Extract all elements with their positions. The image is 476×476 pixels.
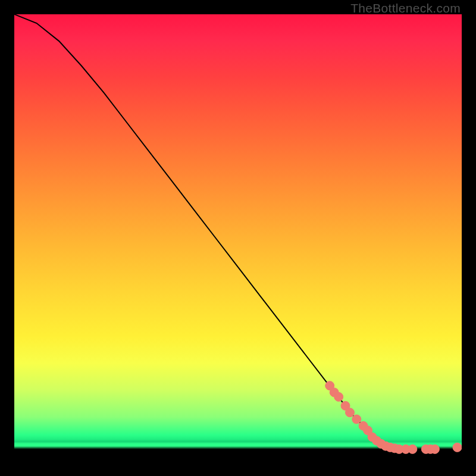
- data-marker: [394, 444, 403, 453]
- data-marker: [325, 381, 334, 390]
- data-marker: [453, 443, 462, 452]
- watermark-text: TheBottleneck.com: [350, 1, 461, 15]
- data-marker: [377, 439, 386, 448]
- bottleneck-curve: [14, 14, 462, 458]
- data-marker: [330, 388, 339, 397]
- chart-frame: TheBottleneck.com: [0, 0, 476, 476]
- data-marker: [386, 443, 394, 452]
- data-marker: [402, 444, 411, 453]
- data-marker: [430, 444, 439, 453]
- curve-svg: [14, 14, 462, 462]
- data-marker: [421, 444, 430, 453]
- data-marker: [368, 433, 377, 441]
- data-marker: [364, 426, 372, 435]
- data-marker: [346, 408, 355, 417]
- data-marker: [381, 441, 390, 450]
- data-marker: [372, 436, 381, 445]
- data-marker: [408, 444, 417, 453]
- data-marker: [426, 444, 435, 453]
- data-marker: [390, 444, 399, 453]
- data-marker: [341, 402, 350, 411]
- data-marker: [334, 393, 343, 402]
- data-marker: [352, 415, 361, 424]
- plot-area: [14, 14, 462, 462]
- data-marker: [359, 421, 368, 430]
- curve-markers: [325, 381, 462, 454]
